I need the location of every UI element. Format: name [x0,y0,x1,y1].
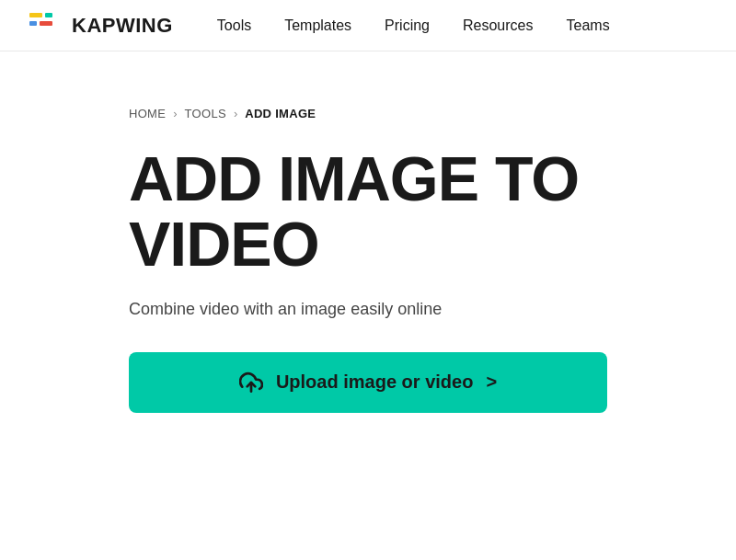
logo-bar-green [45,13,52,17]
breadcrumb: HOME › TOOLS › ADD IMAGE [129,107,607,120]
logo-bar-red [40,21,52,26]
nav-item-pricing[interactable]: Pricing [385,14,430,38]
page-subtitle: Combine video with an image easily onlin… [129,300,607,319]
nav-item-resources[interactable]: Resources [463,14,533,38]
nav-item-tools[interactable]: Tools [217,14,251,38]
nav-item-teams[interactable]: Teams [567,14,610,38]
page-title-line2: VIDEO [129,209,319,279]
upload-icon [239,371,263,394]
breadcrumb-tools[interactable]: TOOLS [185,107,226,120]
upload-button-label: Upload image or video [276,371,473,393]
breadcrumb-sep1: › [173,107,177,120]
main-nav: Tools Templates Pricing Resources Teams [217,14,610,38]
logo-bar-blue [29,21,37,26]
breadcrumb-current: ADD IMAGE [245,107,316,120]
breadcrumb-home[interactable]: HOME [129,107,166,120]
logo[interactable]: KAPWING [29,13,173,39]
page-title-line1: ADD IMAGE TO [129,143,579,213]
page-title: ADD IMAGE TO VIDEO [129,146,607,278]
logo-bar-yellow [29,13,42,17]
logo-icon [29,13,63,39]
upload-button[interactable]: Upload image or video > [129,352,607,413]
site-header: KAPWING Tools Templates Pricing Resource… [0,0,736,51]
breadcrumb-sep2: › [234,107,237,120]
chevron-right-icon: > [486,371,497,393]
main-content: HOME › TOOLS › ADD IMAGE ADD IMAGE TO VI… [0,51,736,468]
logo-text: KAPWING [72,14,173,38]
nav-item-templates[interactable]: Templates [284,14,351,38]
